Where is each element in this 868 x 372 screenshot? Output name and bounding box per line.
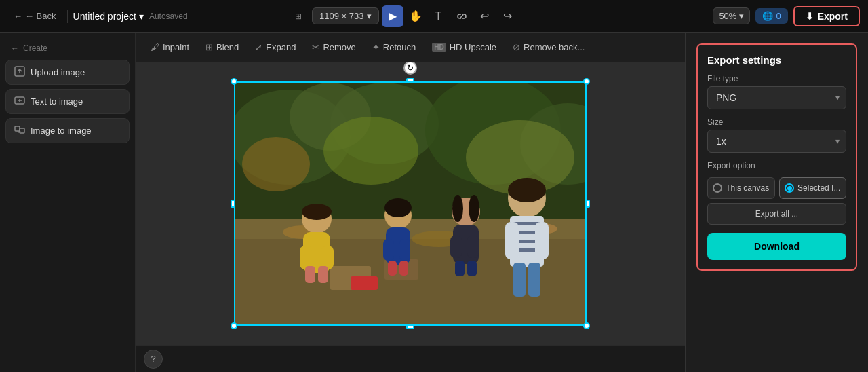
text-to-image-button[interactable]: Text to image: [5, 89, 130, 114]
export-all-label: Export all ...: [755, 209, 798, 219]
globe-icon: 🌐: [762, 11, 773, 21]
handle-bottom-center[interactable]: [406, 324, 414, 329]
inpaint-label: Inpaint: [163, 42, 189, 52]
svg-rect-36: [450, 236, 462, 258]
image-container[interactable]: ↻: [234, 81, 587, 326]
svg-point-51: [302, 204, 332, 220]
svg-point-52: [384, 198, 412, 217]
help-button[interactable]: ?: [144, 350, 163, 369]
canvas-image[interactable]: [234, 81, 587, 326]
help-icon: ?: [151, 354, 155, 364]
text-tool-button[interactable]: T: [428, 5, 450, 27]
export-option-label: Export option: [707, 161, 846, 170]
main-area: ← Create Upload image Text to image: [0, 33, 868, 372]
remove-back-tool[interactable]: ⊘ Remove back...: [506, 39, 591, 56]
svg-rect-32: [388, 261, 397, 276]
size-label: Size: [707, 117, 846, 127]
svg-point-54: [469, 195, 479, 222]
image-to-image-button[interactable]: Image to image: [5, 118, 130, 143]
handle-bottom-left[interactable]: [231, 322, 237, 329]
image-to-image-label: Image to image: [31, 126, 92, 136]
svg-rect-33: [399, 261, 408, 276]
autosaved-status: Autosaved: [149, 12, 188, 21]
export-button[interactable]: ⬇ Export: [793, 6, 860, 26]
selected-radio: [785, 183, 794, 193]
arrow-left-icon: ←: [11, 43, 19, 53]
file-type-section: File type PNG JPG WebP SVG ▾: [707, 74, 846, 109]
credits-badge: 🌐 0: [755, 8, 787, 24]
canvas-toolbar: 🖌 Inpaint ⊞ Blend ⤢ Expand ✂ Remove ✦ Re…: [136, 33, 685, 62]
export-settings-title: Export settings: [707, 54, 846, 66]
export-all-option[interactable]: Export all ...: [707, 203, 846, 225]
create-section-label: ← Create: [5, 41, 130, 56]
remove-tool[interactable]: ✂ Remove: [305, 39, 362, 56]
canvas-area: 🖌 Inpaint ⊞ Blend ⤢ Expand ✂ Remove ✦ Re…: [136, 33, 685, 372]
img-to-img-icon: [14, 124, 25, 137]
handle-middle-right[interactable]: [585, 200, 590, 208]
svg-point-50: [508, 178, 546, 202]
selected-option[interactable]: Selected I...: [779, 177, 847, 199]
this-canvas-radio: [713, 183, 722, 193]
blend-label: Blend: [216, 42, 239, 52]
svg-rect-46: [505, 222, 519, 259]
inpaint-tool[interactable]: 🖌 Inpaint: [144, 39, 196, 56]
canvas-size-chevron: ▾: [367, 11, 372, 21]
project-title: Untitled project: [73, 11, 136, 22]
size-select[interactable]: 1x 2x 3x 4x: [707, 130, 846, 153]
select-tool-button[interactable]: ▶: [382, 5, 403, 27]
rotate-handle[interactable]: ↻: [403, 62, 417, 75]
upload-image-button[interactable]: Upload image: [5, 60, 130, 85]
hd-upscale-tool[interactable]: HD HD Upscale: [425, 39, 503, 56]
canvas-size-display[interactable]: 1109 × 733 ▾: [312, 7, 378, 24]
svg-rect-39: [467, 261, 477, 276]
canvas-resize-icon: ⊞: [288, 5, 309, 27]
svg-rect-38: [455, 261, 465, 276]
file-type-label: File type: [707, 74, 846, 83]
this-canvas-option[interactable]: This canvas: [707, 177, 775, 199]
back-icon: ←: [14, 11, 22, 21]
inpaint-icon: 🖌: [151, 42, 159, 52]
canvas-size-value: 1109 × 733: [319, 11, 363, 21]
svg-rect-2: [15, 126, 20, 131]
blend-tool[interactable]: ⊞ Blend: [199, 39, 245, 56]
download-label: Download: [754, 241, 800, 252]
handle-top-center[interactable]: [406, 78, 414, 83]
expand-icon: ⤢: [255, 42, 262, 52]
retouch-label: Retouch: [383, 42, 416, 52]
back-button[interactable]: ← ← Back: [8, 8, 62, 24]
handle-top-left[interactable]: [231, 78, 237, 85]
remove-icon: ✂: [312, 42, 319, 52]
svg-point-53: [452, 195, 463, 222]
handle-middle-left[interactable]: [231, 200, 235, 208]
download-button[interactable]: Download: [707, 233, 846, 260]
expand-tool[interactable]: ⤢ Expand: [248, 39, 302, 56]
handle-bottom-right[interactable]: [583, 322, 590, 329]
expand-label: Expand: [266, 42, 296, 52]
retouch-icon: ✦: [372, 42, 380, 52]
svg-rect-49: [528, 263, 540, 297]
hd-upscale-label: HD Upscale: [450, 42, 496, 52]
svg-rect-48: [513, 263, 526, 297]
retouch-tool[interactable]: ✦ Retouch: [366, 39, 422, 56]
svg-rect-30: [383, 239, 394, 261]
download-icon: ⬇: [806, 11, 814, 22]
hd-icon: HD: [432, 43, 446, 52]
remove-label: Remove: [323, 42, 355, 52]
svg-rect-25: [321, 246, 334, 269]
svg-rect-47: [535, 222, 549, 259]
create-label: Create: [23, 43, 47, 53]
link-tool-button[interactable]: [451, 5, 473, 27]
zoom-control[interactable]: 50% ▾: [713, 7, 750, 24]
project-title-area[interactable]: Untitled project ▾: [73, 11, 144, 22]
text-image-icon: [14, 95, 25, 108]
hand-tool-button[interactable]: ✋: [405, 5, 427, 27]
selected-label: Selected I...: [797, 183, 840, 193]
handle-top-right[interactable]: [583, 78, 590, 85]
redo-button[interactable]: ↪: [497, 5, 519, 27]
canvas-content[interactable]: ↻: [136, 62, 685, 345]
svg-rect-31: [399, 239, 410, 261]
svg-rect-21: [351, 276, 378, 290]
file-type-select[interactable]: PNG JPG WebP SVG: [707, 86, 846, 109]
undo-button[interactable]: ↩: [474, 5, 496, 27]
blend-icon: ⊞: [205, 42, 213, 52]
